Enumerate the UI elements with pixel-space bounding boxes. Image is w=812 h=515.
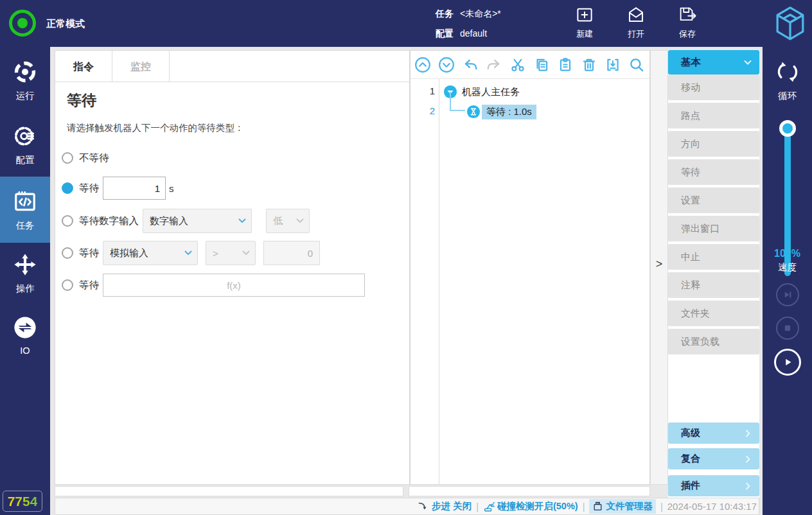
option-label-wait-expression: 等待 xyxy=(79,279,99,292)
wait-seconds-input[interactable] xyxy=(103,177,166,200)
config-value: default xyxy=(460,28,487,39)
instruction-group-advanced[interactable]: 高级 xyxy=(668,423,759,444)
line-number: 2 xyxy=(410,105,435,116)
sidebar-item-operate[interactable]: 操作 xyxy=(0,246,50,308)
paste-icon[interactable] xyxy=(557,57,574,73)
move-up-icon[interactable] xyxy=(414,57,431,73)
instruction-item-abort[interactable]: 中止 xyxy=(668,244,759,270)
instruction-item-set-payload[interactable]: 设置负载 xyxy=(668,329,759,354)
radio-wait-digital[interactable] xyxy=(62,215,73,227)
digital-level-dropdown-value: 低 xyxy=(267,215,291,227)
file-manager-button[interactable]: 文件管理器 xyxy=(589,499,656,514)
sidebar-item-config[interactable]: 配置 xyxy=(0,118,50,179)
loop-label: 循环 xyxy=(763,90,812,102)
option-row-wait-digital: 等待数字输入 数字输入 低 xyxy=(62,208,310,234)
robot-status-light-icon xyxy=(9,10,36,37)
wait-hourglass-icon[interactable] xyxy=(466,105,481,119)
instruction-item-folder[interactable]: 文件夹 xyxy=(668,301,759,326)
page-title: 等待 xyxy=(67,91,96,110)
open-task-button[interactable]: 打开 xyxy=(617,5,655,40)
copy-icon[interactable] xyxy=(533,57,550,73)
radio-wait-expression[interactable] xyxy=(62,279,73,291)
sidebar-label-run: 运行 xyxy=(0,90,50,102)
clock-timestamp: 2024-05-17 10:43:17 xyxy=(667,501,757,512)
config-label: 配置 xyxy=(436,28,454,39)
open-file-icon xyxy=(626,5,646,24)
stop-button[interactable] xyxy=(776,317,799,340)
status-bar: 步进 关闭 | 碰撞检测开启(50%) | 文件管理器 | 2024-05-17… xyxy=(55,498,759,515)
undo-icon[interactable] xyxy=(462,57,479,73)
sidebar-label-io: IO xyxy=(0,345,50,356)
move-down-icon[interactable] xyxy=(438,57,455,73)
play-button[interactable] xyxy=(774,349,801,376)
command-tabbar: 指令 监控 xyxy=(55,51,409,82)
instruction-item-popup[interactable]: 弹出窗口 xyxy=(668,216,759,241)
save-task-label: 保存 xyxy=(668,28,707,40)
step-arrow-icon xyxy=(418,501,429,512)
instruction-group-composite[interactable]: 复合 xyxy=(668,448,759,469)
gear-icon xyxy=(13,124,37,148)
instruction-item-comment[interactable]: 注释 xyxy=(668,272,759,298)
delete-icon[interactable] xyxy=(581,57,597,73)
panel-collapse-strip: > xyxy=(650,50,668,485)
analog-input-dropdown[interactable]: 模拟输入 xyxy=(103,241,198,265)
chevron-down-icon xyxy=(237,250,255,256)
digital-level-dropdown[interactable]: 低 xyxy=(266,209,310,233)
tree-root-task[interactable]: 机器人主任务 xyxy=(462,86,520,98)
loop-toggle-button[interactable]: 循环 xyxy=(763,58,812,102)
radio-wait-seconds-selected[interactable] xyxy=(62,182,73,194)
option-label-no-wait: 不等待 xyxy=(79,152,109,165)
chevron-down-icon xyxy=(291,218,309,223)
instruction-item-set[interactable]: 设置 xyxy=(668,188,759,213)
new-task-label: 新建 xyxy=(565,28,604,40)
tab-command[interactable]: 指令 xyxy=(55,51,112,82)
chevron-right-icon xyxy=(743,454,759,464)
expand-panel-handle[interactable]: > xyxy=(651,258,667,271)
comparator-dropdown[interactable]: > xyxy=(206,241,256,265)
save-task-button[interactable]: 保存 xyxy=(668,5,707,40)
radio-no-wait[interactable] xyxy=(62,152,73,164)
sidebar-item-run[interactable]: 运行 xyxy=(0,53,50,115)
radio-wait-analog[interactable] xyxy=(62,247,73,259)
instruction-item-waypoint[interactable]: 路点 xyxy=(668,103,759,128)
right-control-sidebar: 循环 100% 速度 xyxy=(763,47,812,515)
analog-threshold-input[interactable] xyxy=(263,241,320,265)
collision-detection-status[interactable]: 碰撞检测开启(50%) xyxy=(483,500,578,512)
task-label: 任务 xyxy=(436,8,454,19)
instruction-item-direction[interactable]: 方向 xyxy=(668,131,759,157)
speed-label: 速度 xyxy=(763,261,812,274)
instruction-item-move[interactable]: 移动 xyxy=(668,74,759,100)
bottom-divider-strip xyxy=(409,486,650,496)
redo-icon[interactable] xyxy=(486,57,502,73)
step-forward-button[interactable] xyxy=(776,283,799,306)
instruction-group-plugin[interactable]: 插件 xyxy=(668,475,759,496)
option-row-wait-analog: 等待 模拟输入 > xyxy=(62,240,320,266)
digital-input-dropdown[interactable]: 数字输入 xyxy=(143,209,252,233)
search-icon[interactable] xyxy=(628,57,645,73)
separator: | xyxy=(583,502,585,512)
instruction-item-wait[interactable]: 等待 xyxy=(668,159,759,185)
move-arrows-icon xyxy=(13,252,37,277)
sidebar-item-io[interactable]: IO xyxy=(0,309,50,371)
instruction-group-composite-label: 复合 xyxy=(668,453,743,465)
step-mode-status[interactable]: 步进 关闭 xyxy=(418,500,472,512)
collapse-merge-icon[interactable] xyxy=(605,57,621,73)
tree-selected-wait-node[interactable]: 等待 : 1.0s xyxy=(482,105,536,119)
speed-slider-handle[interactable] xyxy=(779,120,796,137)
cut-icon[interactable] xyxy=(509,57,526,73)
run-icon xyxy=(13,60,37,84)
expression-input[interactable] xyxy=(103,274,365,297)
instruction-group-basic[interactable]: 基本 xyxy=(668,50,759,74)
top-bar: 正常模式 任务<未命名>* 配置default 新建 打开 xyxy=(0,0,812,47)
chevron-right-icon xyxy=(743,481,759,491)
task-code-window-icon xyxy=(13,189,37,214)
line-number-column: 1 2 xyxy=(410,79,439,484)
tab-monitor[interactable]: 监控 xyxy=(112,51,170,82)
brand-cube-logo-icon xyxy=(772,4,808,44)
sidebar-item-task-active[interactable]: 任务 xyxy=(0,177,50,243)
command-panel: 指令 监控 等待 请选择触发机器人下一个动作的等待类型： 不等待 等待 s 等待… xyxy=(55,50,410,485)
new-file-icon xyxy=(575,5,594,24)
status-code-badge: 7754 xyxy=(3,491,42,512)
new-task-button[interactable]: 新建 xyxy=(565,5,604,40)
sidebar-label-operate: 操作 xyxy=(0,283,50,295)
